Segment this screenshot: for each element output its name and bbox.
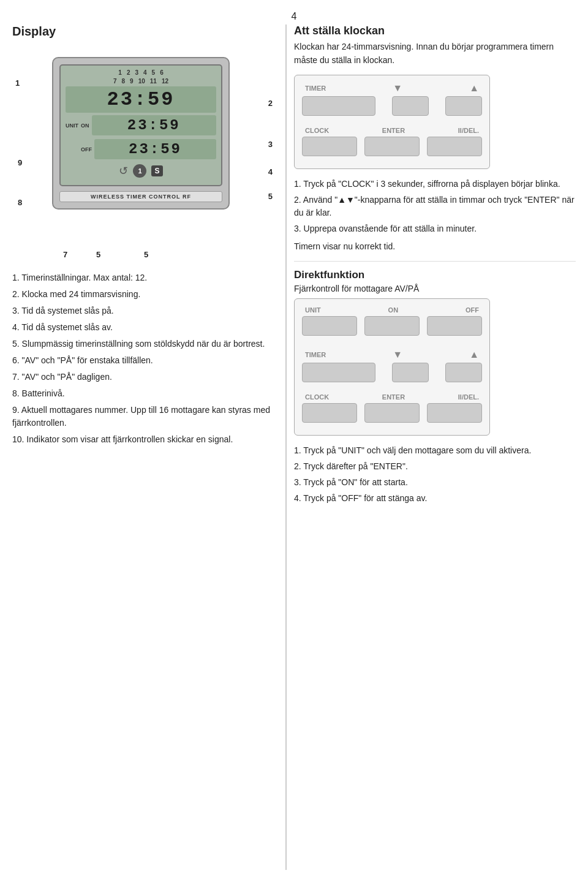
timer-labels-row: TIMER ▼ ▲ xyxy=(302,83,482,94)
list-item: 8. Batterinivå. xyxy=(12,387,276,400)
repeat-icon: ↺ xyxy=(119,164,128,178)
clock-intro-text: Klockan har 24-timmarsvisning. Innan du … xyxy=(294,40,576,67)
clock-label: CLOCK xyxy=(305,127,329,134)
iidel2-label: II/DEL. xyxy=(458,393,479,401)
description-list: 1. Timerinställningar. Max antal: 12. 2.… xyxy=(12,271,276,446)
direct-step-3: 3. Tryck på "ON" för att starta. xyxy=(294,476,576,489)
iidel2-btn[interactable] xyxy=(427,403,482,423)
clock-btn[interactable] xyxy=(302,137,357,156)
bottom-icons: ↺ 1 S xyxy=(66,162,216,180)
timer-arrow-down: ▼ xyxy=(393,83,402,94)
off-time-display: 23:59 xyxy=(94,139,216,159)
unit-top-label: UNIT xyxy=(305,306,321,314)
off-top-label: OFF xyxy=(466,306,479,314)
direktfunktion-title: Direktfunktion xyxy=(294,269,576,281)
iidel-label: II/DEL. xyxy=(458,127,479,134)
list-item: 9. Aktuell mottagares nummer. Upp till 1… xyxy=(12,404,276,429)
device-illustration: 1 9 8 1 2 3 4 5 6 7 8 9 xyxy=(15,45,273,265)
num-badge: 1 xyxy=(133,164,146,178)
list-item: 2. Klocka med 24 timmarsvisning. xyxy=(12,288,276,301)
timer-down-btn[interactable] xyxy=(392,96,429,116)
on-time-display: 23:59 xyxy=(92,115,217,135)
on-top-label: ON xyxy=(388,306,399,314)
list-item: 6. "AV" och "PÅ" för enstaka tillfällen. xyxy=(12,354,276,367)
right-column: Att ställa klockan Klockan har 24-timmar… xyxy=(294,25,576,511)
timer-label: TIMER xyxy=(305,85,326,92)
timer2-arrow-up: ▲ xyxy=(469,349,479,360)
timer2-label: TIMER xyxy=(305,351,326,358)
enter-label: ENTER xyxy=(382,127,405,134)
clock2-labels-row: CLOCK ENTER II/DEL. xyxy=(302,393,482,401)
callout-8: 8 xyxy=(18,198,22,207)
main-time-display: 23:59 xyxy=(66,86,216,113)
iidel-btn[interactable] xyxy=(427,137,482,156)
list-item: 10. Indikator som visar att fjärrkontrol… xyxy=(12,433,276,446)
timer-correct-text: Timern visar nu korrekt tid. xyxy=(294,241,576,251)
callout-5: 5 xyxy=(268,192,273,201)
enter2-btn[interactable] xyxy=(364,403,420,423)
direktfunktion-section: Direktfunktion Fjärrkontroll för mottaga… xyxy=(294,269,576,505)
callout-9: 9 xyxy=(18,158,22,167)
direct-step-1: 1. Tryck på "UNIT" och välj den mottagar… xyxy=(294,444,576,457)
callout-6: 5 xyxy=(96,250,100,259)
list-item: 5. Slumpmässig timerinställning som stöl… xyxy=(12,338,276,350)
callout-2: 2 xyxy=(268,99,273,108)
timer2-wide-btn[interactable] xyxy=(302,363,375,382)
timer2-btn-row xyxy=(302,363,482,382)
clock-section-title: Att ställa klockan xyxy=(294,25,576,37)
s-badge: S xyxy=(151,165,162,176)
clock-step-2: 2. Använd "▲▼"-knapparna för att ställa … xyxy=(294,194,576,219)
timer2-labels-row: TIMER ▼ ▲ xyxy=(302,349,482,360)
direct-remote-panel: UNIT ON OFF TIMER ▼ ▲ xyxy=(294,298,490,436)
display-title: Display xyxy=(12,25,276,39)
unit-on-off-btn-row xyxy=(302,316,482,336)
unit-btn[interactable] xyxy=(302,316,357,336)
direct-steps-list: 1. Tryck på "UNIT" och välj den mottagar… xyxy=(294,444,576,505)
clock-labels-row: CLOCK ENTER II/DEL. xyxy=(302,127,482,134)
direct-step-4: 4. Tryck på "OFF" för att stänga av. xyxy=(294,492,576,505)
clock-remote-panel: TIMER ▼ ▲ CLOCK ENTER II/DEL. xyxy=(294,75,490,169)
callout-7: 7 xyxy=(63,250,67,259)
off-label: OFF xyxy=(81,146,92,153)
list-item: 7. "AV" och "PÅ" dagligen. xyxy=(12,371,276,384)
timer-btn-row xyxy=(302,96,482,116)
timer2-down-btn[interactable] xyxy=(392,363,429,382)
timer-up-btn[interactable] xyxy=(445,96,482,116)
section-separator xyxy=(294,261,576,262)
callout-4: 4 xyxy=(268,167,273,176)
column-divider xyxy=(285,25,287,870)
unit-label: UNIT xyxy=(66,123,78,129)
clock-step-1: 1. Tryck på "CLOCK" i 3 sekunder, siffro… xyxy=(294,178,576,191)
page-number: 4 xyxy=(292,11,297,22)
num-row-1: 1 2 3 4 5 6 xyxy=(66,69,216,76)
timer2-up-btn[interactable] xyxy=(445,363,482,382)
device-body: 1 2 3 4 5 6 7 8 9 10 11 12 23:59 xyxy=(52,57,230,210)
clock2-btn-row xyxy=(302,403,482,423)
list-item: 1. Timerinställningar. Max antal: 12. xyxy=(12,271,276,284)
off-btn[interactable] xyxy=(427,316,482,336)
left-column: Display 1 9 8 1 2 3 4 5 6 7 xyxy=(12,25,276,450)
timer-arrow-up: ▲ xyxy=(469,83,479,94)
direct-step-2: 2. Tryck därefter på "ENTER". xyxy=(294,460,576,473)
timer-wide-btn[interactable] xyxy=(302,96,375,116)
on-btn[interactable] xyxy=(364,316,420,336)
enter-btn[interactable] xyxy=(364,137,420,156)
timer2-arrow-down: ▼ xyxy=(393,349,402,360)
num-row-2: 7 8 9 10 11 12 xyxy=(66,78,216,85)
enter2-label: ENTER xyxy=(382,393,405,401)
clock-step-3: 3. Upprepa ovanstående för att ställa in… xyxy=(294,222,576,235)
clock-section: Att ställa klockan Klockan har 24-timmar… xyxy=(294,25,576,251)
clock-steps-list: 1. Tryck på "CLOCK" i 3 sekunder, siffro… xyxy=(294,178,576,235)
clock2-btn[interactable] xyxy=(302,403,357,423)
callout-3: 3 xyxy=(268,140,273,149)
callout-1: 1 xyxy=(15,78,20,88)
direktfunktion-sub: Fjärrkontroll för mottagare AV/PÅ xyxy=(294,284,576,293)
screen-area: 1 2 3 4 5 6 7 8 9 10 11 12 23:59 xyxy=(59,64,222,186)
list-item: 3. Tid då systemet slås på. xyxy=(12,304,276,317)
clock-btn-row xyxy=(302,137,482,156)
clock2-label: CLOCK xyxy=(305,393,329,401)
list-item: 4. Tid då systemet slås av. xyxy=(12,321,276,334)
callout-5b: 5 xyxy=(144,250,148,259)
bottom-strip: WIRELESS TIMER CONTROL RF xyxy=(59,191,222,202)
unit-on-off-labels: UNIT ON OFF xyxy=(302,306,482,314)
